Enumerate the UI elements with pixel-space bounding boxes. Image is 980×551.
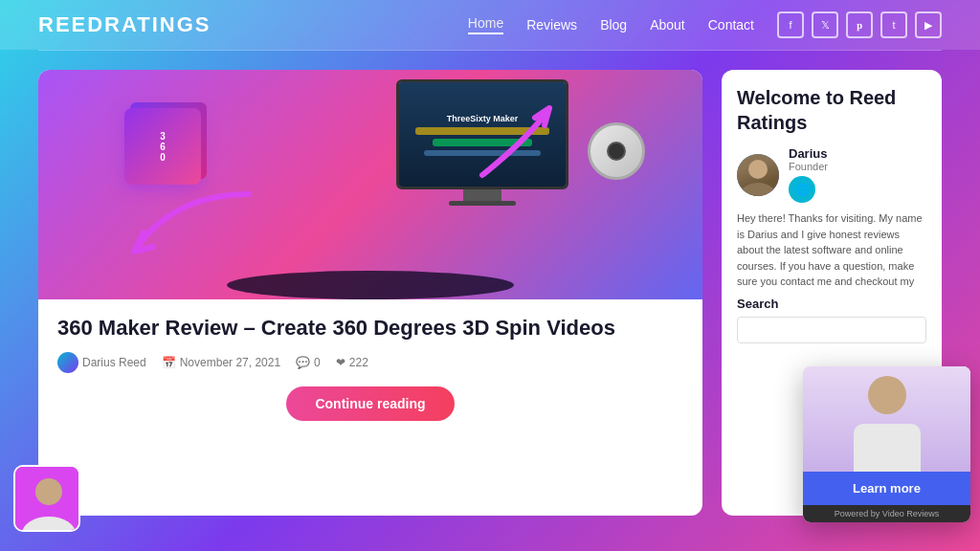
site-logo[interactable]: ReedRatings: [38, 12, 212, 37]
product-box: 360: [124, 108, 201, 185]
arrow-left: [96, 175, 268, 290]
comments-meta: 💬 0: [296, 356, 321, 369]
article-body: 360 Maker Review – Create 360 Degrees 3D…: [38, 299, 702, 436]
camera-360: [588, 122, 645, 180]
welcome-text: Hey there! Thanks for visiting. My name …: [737, 210, 926, 287]
main-nav: Home Reviews Blog About Contact f 𝕏 𝐩 t …: [468, 11, 942, 38]
social-icons-group: f 𝕏 𝐩 t ▶: [777, 11, 942, 38]
author-avatar: [57, 352, 78, 373]
screen-bar-blue: [424, 150, 541, 156]
screen-bar-green: [433, 139, 532, 146]
search-label: Search: [737, 297, 926, 311]
svg-point-1: [741, 183, 775, 196]
article-meta: Darius Reed 📅 November 27, 2021 💬 0 ❤ 22…: [57, 352, 683, 373]
facebook-icon[interactable]: f: [777, 11, 804, 38]
date-meta: 📅 November 27, 2021: [162, 356, 280, 369]
person-body: [854, 424, 921, 472]
nav-home[interactable]: Home: [468, 15, 503, 34]
person-head: [868, 376, 906, 414]
nav-reviews[interactable]: Reviews: [526, 17, 577, 33]
continue-reading-button[interactable]: Continue reading: [286, 386, 454, 421]
powered-by-label: Powered by Video Reviews: [803, 505, 970, 522]
video-thumbnail: [803, 366, 970, 472]
like-icon: ❤: [336, 356, 345, 369]
camera-lens: [607, 142, 626, 161]
twitter-icon[interactable]: 𝕏: [812, 11, 838, 38]
product-logo: ThreeSixty Maker: [447, 114, 519, 123]
video-reviews-popup: Learn more Powered by Video Reviews: [803, 366, 970, 522]
stage-platform: [227, 271, 514, 299]
article-card: ThreeSixty Maker 360: [38, 70, 702, 516]
founder-role: Founder: [789, 161, 828, 172]
article-image: ThreeSixty Maker 360: [38, 70, 702, 299]
monitor-screen: ThreeSixty Maker: [396, 79, 568, 189]
tumblr-icon[interactable]: t: [880, 11, 907, 38]
article-date: November 27, 2021: [180, 356, 280, 369]
comment-icon: 💬: [296, 356, 310, 369]
monitor-base: [449, 201, 516, 206]
search-input[interactable]: [737, 317, 926, 343]
founder-info: Darius Founder 🌐: [789, 146, 828, 203]
floating-avatar: [13, 465, 80, 532]
nav-blog[interactable]: Blog: [600, 17, 627, 33]
person-silhouette: [803, 366, 970, 472]
screen-bar-yellow: [415, 127, 548, 135]
nav-contact[interactable]: Contact: [708, 17, 754, 33]
founder-avatar-img: [737, 154, 779, 196]
likes-meta: ❤ 222: [336, 356, 368, 369]
founder-avatar: [737, 154, 779, 196]
youtube-icon[interactable]: ▶: [915, 11, 942, 38]
globe-button[interactable]: 🌐: [789, 176, 815, 203]
nav-about[interactable]: About: [650, 17, 685, 33]
article-title: 360 Maker Review – Create 360 Degrees 3D…: [57, 315, 683, 342]
likes-count: 222: [349, 356, 368, 369]
header: ReedRatings Home Reviews Blog About Cont…: [0, 0, 980, 50]
founder-row: Darius Founder 🌐: [737, 146, 926, 203]
learn-more-button[interactable]: Learn more: [803, 472, 970, 505]
calendar-icon: 📅: [162, 356, 176, 369]
comments-count: 0: [314, 356, 321, 369]
welcome-title: Welcome to Reed Ratings: [737, 85, 926, 135]
monitor-stand: [463, 189, 501, 201]
author-meta: Darius Reed: [57, 352, 146, 373]
pinterest-icon[interactable]: 𝐩: [846, 11, 873, 38]
floating-avatar-img: [15, 467, 80, 532]
author-name: Darius Reed: [82, 356, 146, 369]
svg-point-3: [35, 478, 62, 505]
svg-point-0: [748, 160, 768, 179]
founder-name: Darius: [789, 146, 828, 161]
